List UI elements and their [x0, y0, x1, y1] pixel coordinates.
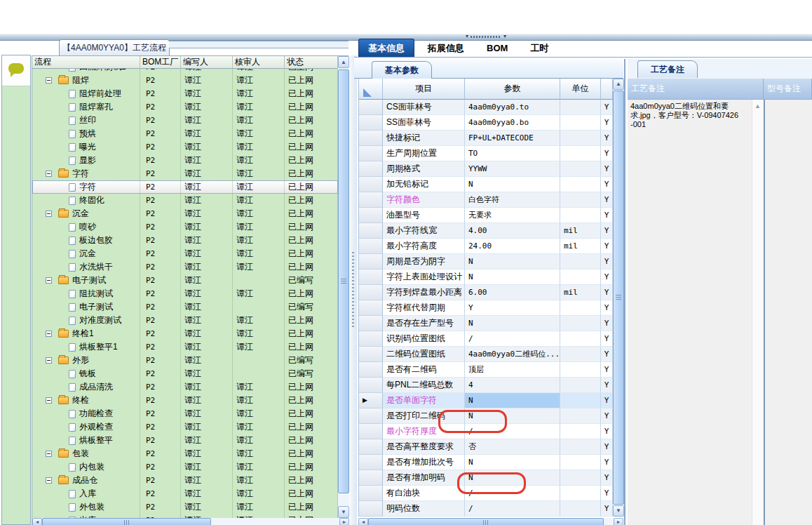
param-value[interactable]: 4 [465, 378, 560, 393]
param-value[interactable]: 4aa0m0yya0二维码位... [465, 347, 560, 362]
param-value[interactable]: N [465, 254, 560, 270]
column-header-value[interactable]: 参数 [465, 79, 560, 100]
flow-tab[interactable]: 【4AA0M0YYA0】工艺流程 [59, 39, 170, 56]
tree-row[interactable]: 包装P2谭江谭江已上网 [32, 447, 338, 460]
row-selector[interactable] [359, 239, 383, 254]
panel-divider[interactable] [624, 59, 625, 525]
param-row[interactable]: 字符上表面处理设计NY [359, 270, 613, 285]
collapse-expander-icon[interactable] [46, 331, 52, 337]
param-value[interactable]: N [465, 455, 560, 470]
row-selector[interactable] [359, 408, 383, 424]
row-selector[interactable] [359, 223, 383, 239]
tree-row[interactable]: 功能检查P2谭江谭江已上网 [32, 407, 338, 420]
row-selector[interactable] [359, 424, 383, 439]
collapse-expander-icon[interactable] [46, 77, 52, 84]
tree-row[interactable]: 烘板整平P2谭江谭江已上网 [32, 434, 338, 447]
param-row[interactable]: 加无铅标记NY [359, 177, 613, 192]
tab-拓展信息[interactable]: 拓展信息 [419, 39, 473, 57]
notes-scroll-strip[interactable]: ▲ [752, 100, 763, 525]
vertical-splitter[interactable] [350, 55, 357, 525]
row-selector[interactable] [359, 285, 383, 300]
param-vscroll-thumb[interactable] [613, 91, 624, 505]
param-hscroll-thumb[interactable] [368, 518, 604, 525]
tree-row[interactable]: 喷砂P2谭江谭江已上网 [32, 220, 338, 234]
tree-column-header[interactable]: BOM工厂 [140, 56, 181, 69]
param-row[interactable]: 二维码位置图纸4aa0m0yya0二维码位...Y [359, 347, 613, 362]
tree-row[interactable]: 成品仓P2谭江谭江已上网 [32, 474, 338, 487]
collapse-expander-icon[interactable] [46, 477, 52, 484]
tree-row[interactable]: 烘板整平1P2谭江谭江已上网 [32, 340, 338, 354]
param-value[interactable]: 白色字符 [465, 192, 560, 208]
param-value[interactable]: YYWW [465, 161, 560, 177]
row-selector[interactable] [359, 131, 383, 146]
tree-column-header[interactable]: 编写人 [181, 56, 233, 69]
tree-horizontal-scrollbar[interactable]: ◂ ▸ [32, 518, 349, 525]
row-selector[interactable] [359, 100, 383, 115]
tree-row[interactable]: 丝印P2谭江谭江已上网 [32, 114, 338, 127]
row-selector[interactable] [359, 331, 383, 347]
tree-column-header[interactable]: 状态 [285, 56, 338, 69]
row-selector[interactable]: ▶ [359, 393, 383, 408]
scroll-right-button[interactable]: ▸ [339, 518, 349, 525]
param-row[interactable]: 字符框代替周期YY [359, 300, 613, 316]
param-row[interactable]: 明码位数/Y [359, 501, 613, 517]
column-header-model-note[interactable]: 型号备注 [764, 79, 812, 100]
param-value[interactable]: N [465, 393, 560, 408]
param-row[interactable]: 最小字符高度24.00milY [359, 239, 613, 254]
tree-row[interactable]: 电子测试P2谭江已编写 [32, 300, 338, 314]
tree-row[interactable]: 外观检查P2谭江谭江已上网 [32, 420, 338, 434]
row-selector[interactable] [359, 470, 383, 486]
tab-工时[interactable]: 工时 [521, 39, 557, 57]
scroll-up-arrow-icon[interactable]: ▲ [755, 102, 761, 109]
row-selector[interactable] [359, 300, 383, 316]
tree-row[interactable]: 入库P2谭江谭江已上网 [32, 487, 338, 500]
param-value[interactable]: 顶层 [465, 362, 560, 378]
tab-BOM[interactable]: BOM [478, 39, 517, 57]
param-row[interactable]: 是否存在生产型号NY [359, 316, 613, 331]
tree-row[interactable]: 内包装P2谭江谭江已上网 [32, 460, 338, 474]
tree-row[interactable]: 曝光P2谭江谭江已上网 [32, 140, 338, 154]
param-value[interactable]: N [465, 177, 560, 192]
scroll-up-button[interactable]: ▲ [613, 79, 624, 90]
tree-column-header[interactable]: 流程 [32, 56, 140, 69]
param-row[interactable]: CS面菲林号4aa0m0yya0.toY [359, 100, 613, 115]
param-value[interactable]: 4aa0m0yya0.to [465, 100, 560, 115]
row-selector[interactable] [359, 501, 383, 517]
tree-vertical-scrollbar[interactable]: ▲ ▼ [338, 56, 349, 518]
param-value[interactable]: 否 [465, 439, 560, 455]
tree-row[interactable]: 字符P2谭江谭江已上网 [32, 180, 338, 194]
tree-row[interactable]: 显影P2谭江谭江已上网 [32, 154, 338, 167]
param-value[interactable]: 24.00 [465, 239, 560, 254]
param-value[interactable]: TO [465, 146, 560, 161]
tree-row[interactable]: 电子测试P2谭江已编写 [32, 274, 338, 287]
param-value[interactable]: 6.00 [465, 285, 560, 300]
tree-row[interactable]: 终检1P2谭江谭江已上网 [32, 327, 338, 340]
tab-基本信息[interactable]: 基本信息 [358, 39, 414, 57]
tree-row[interactable]: 板边包胶P2谭江谭江已上网 [32, 234, 338, 247]
param-value[interactable]: / [465, 331, 560, 347]
column-header-unit[interactable]: 单位 [560, 79, 601, 100]
scroll-left-button[interactable]: ◂ [358, 518, 368, 525]
param-row[interactable]: 每PNL二维码总数4Y [359, 378, 613, 393]
param-row[interactable]: 识别码位置图纸/Y [359, 331, 613, 347]
param-row[interactable]: 字符到焊盘最小距离6.00milY [359, 285, 613, 300]
row-selector[interactable] [359, 208, 383, 223]
tree-row[interactable]: 沉金P2谭江谭江已上网 [32, 247, 338, 260]
collapse-expander-icon[interactable] [46, 397, 52, 404]
tree-row[interactable]: 回流焊测试2P2谭江谭江已上网 [32, 69, 338, 74]
tree-row[interactable]: 沉金P2谭江谭江已上网 [32, 207, 338, 220]
tree-hscroll-thumb[interactable] [42, 518, 211, 525]
tree-row[interactable]: 终固化P2谭江谭江已上网 [32, 194, 338, 207]
param-row[interactable]: 字符颜色白色字符Y [359, 192, 613, 208]
tree-row[interactable]: 阻抗测试P2谭江谭江已上网 [32, 287, 338, 300]
row-selector[interactable] [359, 347, 383, 362]
column-header-item[interactable]: 项目 [383, 79, 465, 100]
tab-basic-params[interactable]: 基本参数 [372, 61, 432, 79]
scroll-down-button[interactable]: ▼ [338, 506, 349, 518]
notes-column-divider[interactable] [764, 100, 765, 525]
tree-row[interactable]: 阻焊塞孔P2谭江谭江已上网 [32, 100, 338, 114]
column-header-process-note[interactable]: 工艺备注 [628, 79, 764, 100]
param-value[interactable]: / [465, 501, 560, 517]
scroll-up-button[interactable]: ▲ [338, 56, 349, 68]
tree-row[interactable]: 外包装P2谭江谭江已上网 [32, 500, 338, 514]
